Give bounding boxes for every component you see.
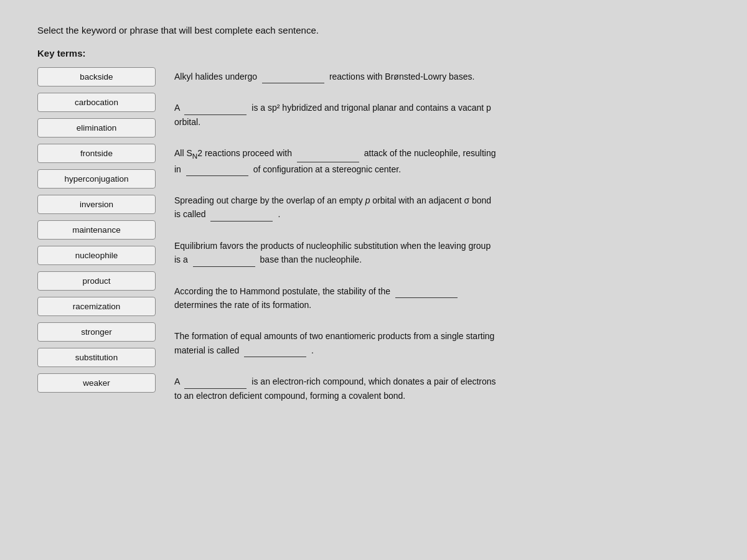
q5-text-a: Equilibrium favors the products of nucle…	[174, 241, 491, 251]
q3-sub: N	[192, 152, 197, 160]
key-terms-column: backsidecarbocationeliminationfrontsideh…	[37, 67, 156, 403]
q7-text-a: The formation of equal amounts of two en…	[174, 331, 494, 341]
key-term-btn-weaker[interactable]: weaker	[37, 373, 156, 393]
key-term-btn-product[interactable]: product	[37, 271, 156, 291]
q1-text-before: Alkyl halides undergo	[174, 72, 257, 82]
question-8: A is an electron-rich compound, which do…	[174, 375, 710, 403]
q2-text-c: orbital.	[174, 117, 200, 127]
q4-text-a: Spreading out charge by the overlap of a…	[174, 195, 491, 205]
q3-blank1	[297, 152, 359, 162]
q3-blank2	[186, 166, 248, 176]
q6-text-b: determines the rate of its formation.	[174, 300, 311, 310]
q6-text-a: According the to Hammond postulate, the …	[174, 286, 390, 296]
q3-text-b: 2 reactions proceed with	[197, 148, 292, 158]
key-term-btn-maintenance[interactable]: maintenance	[37, 220, 156, 240]
key-term-btn-carbocation[interactable]: carbocation	[37, 93, 156, 112]
q8-text-b: is an electron-rich compound, which dona…	[251, 376, 496, 386]
q1-text-after: reactions with Brønsted-Lowry bases.	[329, 72, 474, 82]
key-term-btn-frontside[interactable]: frontside	[37, 144, 156, 163]
q3-text-a: All S	[174, 148, 192, 158]
q8-text-c: to an electron deficient compound, formi…	[174, 391, 405, 401]
key-term-btn-inversion[interactable]: inversion	[37, 195, 156, 214]
key-term-btn-racemization[interactable]: racemization	[37, 297, 156, 316]
question-5: Equilibrium favors the products of nucle…	[174, 239, 710, 267]
q7-text-c: .	[311, 345, 314, 355]
q3-text-c: attack of the nucleophile, resulting	[364, 148, 496, 158]
q3-text-d: in	[174, 164, 181, 174]
question-3: All SN2 reactions proceed with attack of…	[174, 146, 710, 176]
key-term-btn-backside[interactable]: backside	[37, 67, 156, 86]
q5-text-c: base than the nucleophile.	[260, 254, 362, 264]
instruction-text: Select the keyword or phrase that will b…	[37, 25, 710, 35]
q7-text-b: material is called	[174, 345, 239, 355]
key-term-btn-hyperconjugation[interactable]: hyperconjugation	[37, 169, 156, 189]
key-term-btn-substitution[interactable]: substitution	[37, 348, 156, 367]
q4-blank	[210, 212, 273, 222]
q2-text-b: is a sp² hybridized and trigonal planar …	[251, 103, 491, 113]
question-1: Alkyl halides undergo reactions with Brø…	[174, 70, 710, 83]
q8-blank	[184, 379, 247, 389]
q8-text-a: A	[174, 376, 180, 386]
q4-text-c: .	[278, 209, 280, 219]
question-4: Spreading out charge by the overlap of a…	[174, 194, 710, 222]
q2-text-a: A	[174, 103, 180, 113]
q7-blank	[244, 347, 306, 357]
q2-blank	[184, 105, 247, 115]
key-term-btn-elimination[interactable]: elimination	[37, 118, 156, 138]
questions-column: Alkyl halides undergo reactions with Brø…	[174, 67, 710, 403]
key-term-btn-nucleophile[interactable]: nucleophile	[37, 246, 156, 265]
q4-text-b: is called	[174, 209, 206, 219]
q5-text-b: is a	[174, 254, 188, 264]
q5-blank	[193, 257, 255, 267]
q6-blank	[395, 288, 458, 298]
question-7: The formation of equal amounts of two en…	[174, 329, 710, 357]
question-2: A is a sp² hybridized and trigonal plana…	[174, 101, 710, 129]
q1-blank	[262, 73, 324, 83]
main-layout: backsidecarbocationeliminationfrontsideh…	[37, 67, 710, 403]
key-terms-label: Key terms:	[37, 48, 710, 58]
question-6: According the to Hammond postulate, the …	[174, 284, 710, 312]
q3-text-e: of configuration at a stereognic center.	[253, 164, 401, 174]
key-term-btn-stronger[interactable]: stronger	[37, 322, 156, 342]
